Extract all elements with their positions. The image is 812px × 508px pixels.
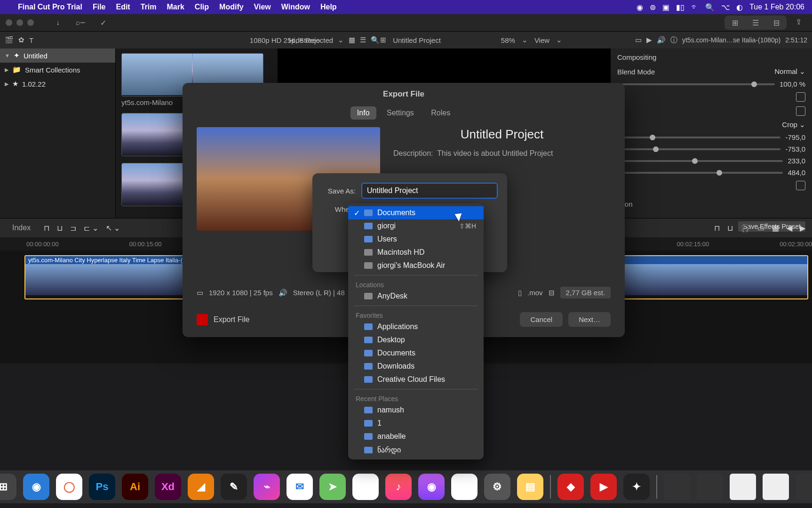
dropdown-item[interactable]: anabelle [348,430,484,443]
dock-window[interactable] [730,474,756,500]
dock-window[interactable] [697,474,723,500]
menu-help[interactable]: Help [320,3,337,11]
dock-app-podcasts[interactable]: ◉ [418,474,445,500]
wifi-icon[interactable]: ᯤ [691,3,699,11]
battery-icon[interactable]: ▮▯ [676,3,685,12]
opacity-value[interactable]: 100,0 % [780,80,805,88]
inspector-tab-icon[interactable]: ▭ [635,36,642,44]
tl-icon[interactable]: ⊓ [714,224,720,233]
dropdown-item-anydesk[interactable]: AnyDesk [348,290,484,303]
chevron-down-icon[interactable]: ⌄ [556,36,562,44]
transform-icon[interactable] [796,92,805,102]
dock-window[interactable] [664,474,690,500]
dock-app-messenger[interactable]: ⌁ [254,474,280,500]
dropdown-item-macintosh-hd[interactable]: Macintosh HD [348,246,484,259]
overwrite-icon[interactable]: ⊏ ⌄ [84,224,98,233]
dropdown-item[interactable]: namush [348,403,484,417]
chevron-down-icon[interactable]: ⌄ [522,36,528,44]
tl-icon[interactable]: ⊔ [727,224,733,233]
crop-icon-box[interactable] [796,106,805,116]
dock-app-chrome[interactable]: ◯ [56,474,82,500]
menu-window[interactable]: Window [281,3,310,11]
connect-icon[interactable]: ⊓ [44,224,49,233]
tl-icon[interactable]: ▶ [800,224,805,233]
dropdown-item[interactable]: Desktop [348,333,484,347]
insert-icon[interactable]: ⊔ [57,224,63,233]
tl-icon[interactable]: ▭ [757,224,764,233]
crop-label[interactable]: Crop [782,121,797,129]
dropdown-item-users[interactable]: Users [348,233,484,246]
dock-app-blender[interactable]: ◢ [188,474,214,500]
dock-window[interactable] [763,474,789,500]
control-center-icon[interactable]: ⌥ [721,3,730,12]
library-icon[interactable]: 🎬 [5,36,14,44]
window-traffic-lights[interactable] [6,19,34,26]
tool-select-icon[interactable]: ↖ ⌄ [106,224,120,233]
tab-settings[interactable]: Settings [380,106,421,120]
titles-icon[interactable]: T [29,36,33,44]
status-box-icon[interactable]: ▣ [662,3,669,12]
dropdown-item[interactable]: Applications [348,320,484,333]
dock-app-maps[interactable]: ➤ [319,474,346,500]
dock-app-safari[interactable]: ◉ [23,474,49,500]
dock-app-photos[interactable]: ✿ [352,474,379,500]
dock-app-numbers[interactable]: ▥ [451,474,478,500]
tab-info[interactable]: Info [350,106,376,120]
inspector-tab-icon[interactable]: ▶ [646,36,652,44]
blend-mode-row[interactable]: Blend Mode Normal ⌄ [617,65,805,78]
keyword-icon[interactable]: ⌕━ [72,16,88,29]
dock-window[interactable] [796,474,812,500]
dropdown-item-macbook[interactable]: giorgi's MacBook Air [348,259,484,272]
spotlight-icon[interactable]: 🔍 [705,3,715,12]
dropdown-item[interactable]: 1 [348,417,484,430]
menu-edit[interactable]: Edit [116,3,130,11]
dock-app[interactable]: ◆ [557,474,584,500]
menu-clip[interactable]: Clip [195,3,209,11]
browser-layout-segment[interactable]: ⊞☰⊟ [724,16,787,30]
photos-icon[interactable]: ✿ [18,36,24,44]
zoom-level[interactable]: 58% [501,36,515,44]
tl-icon[interactable]: ▦ [772,224,779,233]
dropdown-item[interactable]: Downloads [348,360,484,373]
crop-v4[interactable]: 484,0 [788,169,805,177]
disclosure-icon[interactable]: ▼ [5,53,10,58]
clock[interactable]: Tue 1 Feb 20:06 [749,3,804,11]
dropdown-item[interactable]: Creative Cloud Files [348,373,484,386]
disclosure-icon[interactable]: ▶ [5,67,8,73]
dock-app-finalcut[interactable]: ✦ [623,474,650,500]
menu-mark[interactable]: Mark [167,3,184,11]
description-value[interactable]: This video is about Untitled Project [437,149,553,157]
inspector-tab-icon[interactable]: 🔊 [657,36,666,44]
tab-roles[interactable]: Roles [424,106,457,120]
user-icon[interactable]: ◐ [736,3,743,12]
dock-app-mail[interactable]: ✉ [287,474,313,500]
menu-modify[interactable]: Modify [219,3,244,11]
inspector-tab-icon[interactable]: ⓘ [670,36,677,45]
disclosure-icon[interactable]: ▶ [5,81,8,87]
render-icon[interactable]: ✓ [95,16,111,29]
menu-file[interactable]: File [93,3,106,11]
view-menu[interactable]: View [534,36,549,44]
dock-app-illustrator[interactable]: Ai [122,474,148,500]
audio-icon[interactable]: 🎧 [740,224,750,233]
import-icon[interactable]: ↓ [50,16,66,29]
dock-app-xd[interactable]: Xd [155,474,181,500]
menu-view[interactable]: View [254,3,271,11]
crop-v2[interactable]: -753,0 [785,145,805,153]
dropdown-item[interactable]: Documents [348,347,484,360]
dropdown-item[interactable]: ნარდი [348,443,484,457]
share-icon[interactable]: ⇪ [790,16,806,28]
app-name[interactable]: Final Cut Pro Trial [18,3,82,11]
menu-trim[interactable]: Trim [141,3,157,11]
dock-app[interactable]: ▶ [590,474,617,500]
cancel-button[interactable]: Cancel [520,312,563,327]
append-icon[interactable]: ⊐ [70,224,76,233]
dock-app-music[interactable]: ♪ [385,474,412,500]
index-button[interactable]: Index [7,222,36,234]
where-dropdown[interactable]: Documents giorgi⇧⌘H Users Macintosh HD g… [348,203,484,460]
sidebar-item[interactable]: ▶ ★ 1.02.22 [0,77,115,91]
dropdown-item-giorgi[interactable]: giorgi⇧⌘H [348,219,484,233]
dock-app-notes[interactable]: ▤ [517,474,543,500]
dock-app-launchpad[interactable]: ⊞ [0,474,16,500]
distort-icon[interactable] [796,181,805,190]
